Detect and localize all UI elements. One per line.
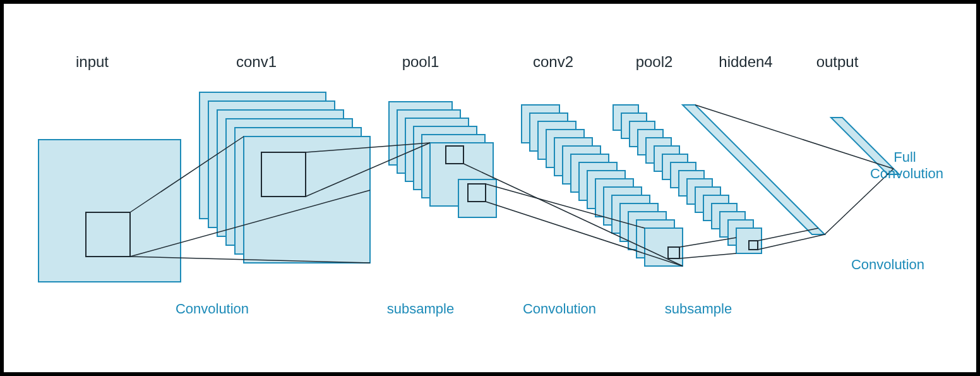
cnn-diagram: input conv1 pool1 conv2 pool2 hidden4 ou… bbox=[4, 4, 976, 372]
cone-line bbox=[758, 228, 818, 241]
op-subsample1: subsample bbox=[387, 301, 454, 317]
label-conv1: conv1 bbox=[236, 53, 277, 70]
conv1-stack bbox=[200, 92, 370, 263]
op-subsample2: subsample bbox=[665, 301, 732, 317]
cone-line bbox=[679, 253, 736, 258]
label-hidden4: hidden4 bbox=[719, 53, 772, 70]
diagram-frame: input conv1 pool1 conv2 pool2 hidden4 ou… bbox=[0, 0, 980, 376]
op-conv-out: Convolution bbox=[851, 257, 924, 272]
label-pool1: pool1 bbox=[402, 53, 439, 70]
label-pool2: pool2 bbox=[636, 53, 673, 70]
svg-rect-0 bbox=[39, 140, 181, 282]
label-output: output bbox=[816, 53, 859, 70]
op-fullconv-line1: Full Convolution bbox=[870, 149, 943, 181]
cone-line bbox=[758, 234, 825, 250]
input-map bbox=[39, 140, 181, 282]
op-conv2: Convolution bbox=[523, 301, 596, 317]
label-conv2: conv2 bbox=[533, 53, 573, 70]
label-input: input bbox=[76, 53, 109, 70]
op-conv1: Convolution bbox=[176, 301, 249, 317]
svg-rect-6 bbox=[244, 136, 370, 263]
